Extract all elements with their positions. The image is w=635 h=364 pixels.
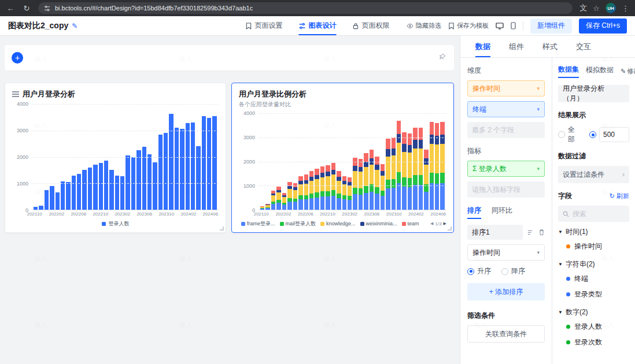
chart-title: 用户月登录分析 bbox=[23, 89, 75, 99]
chart-legend: frame登录...mail登录人数knowledge...weixinmini… bbox=[239, 218, 446, 229]
search-icon bbox=[563, 211, 569, 217]
sort-field-select[interactable]: 操作时间 ▾ bbox=[467, 244, 545, 261]
bar bbox=[169, 114, 173, 210]
dimension-dropzone[interactable]: 最多 2 个字段 bbox=[467, 122, 545, 138]
browser-menu-icon[interactable]: ⋮ bbox=[622, 4, 629, 13]
legend-item[interactable]: weixinminia... bbox=[360, 220, 397, 228]
address-bar[interactable]: bi.bctools.cn/#/chartDesign?id=15bd84dfb… bbox=[38, 2, 573, 14]
pin-icon[interactable] bbox=[438, 53, 446, 61]
radio-all[interactable]: 全部 bbox=[558, 125, 579, 144]
radio-icon bbox=[501, 268, 508, 275]
add-component-button[interactable]: 新增组件 bbox=[530, 18, 572, 34]
tab-style[interactable]: 样式 bbox=[542, 36, 558, 57]
dataset-name[interactable]: 用户登录分析（月） bbox=[558, 85, 629, 102]
field-item[interactable]: 登录人数 bbox=[558, 319, 629, 335]
save-button[interactable]: 保存 Ctrl+s bbox=[579, 18, 627, 34]
field-group-header[interactable]: ▼时间(1) bbox=[558, 227, 629, 237]
back-icon[interactable]: ← bbox=[6, 4, 15, 13]
design-canvas[interactable]: + 用户月登录分析 01000200030004000 202110202202… bbox=[0, 36, 460, 364]
tab-page-settings[interactable]: 页面设置 bbox=[246, 16, 283, 35]
collapse-icon[interactable]: ▼ bbox=[558, 310, 563, 315]
tune-icon[interactable] bbox=[44, 5, 50, 12]
legend-prev-icon[interactable]: ◀ bbox=[430, 221, 433, 226]
radio-ascending[interactable]: 升序 bbox=[467, 266, 491, 276]
add-filter-button[interactable]: + bbox=[12, 52, 23, 64]
dimension-field-operate-time[interactable]: 操作时间 ▾ bbox=[467, 80, 545, 96]
legend-item[interactable]: knowledge... bbox=[320, 220, 356, 228]
chart-legend[interactable]: 登录人数 bbox=[12, 218, 219, 229]
drag-handle-icon[interactable] bbox=[12, 91, 19, 97]
legend-item[interactable]: mail登录人数 bbox=[280, 220, 316, 228]
field-group-header[interactable]: ▼数字(2) bbox=[558, 307, 629, 317]
sort-order-icon[interactable] bbox=[527, 229, 534, 236]
tab-interaction[interactable]: 交互 bbox=[576, 36, 591, 57]
settings-panel: 数据 组件 样式 交互 维度 操作时间 ▾ 终端 ▾ 最多 2 个字段 指标 bbox=[460, 36, 635, 364]
legend-item[interactable]: frame登录... bbox=[241, 220, 275, 228]
bar bbox=[93, 165, 97, 210]
refresh-fields-button[interactable]: ↻ 刷新 bbox=[610, 192, 629, 200]
save-as-template-button[interactable]: 保存为模板 bbox=[448, 21, 489, 30]
field-item[interactable]: 操作时间 bbox=[558, 239, 629, 254]
refresh-icon[interactable]: ↻ bbox=[22, 4, 31, 13]
chart-config-column: 维度 操作时间 ▾ 终端 ▾ 最多 2 个字段 指标 Σ 登录人数 ▾ 请拖入指… bbox=[460, 58, 552, 364]
chart-card-monthly-login[interactable]: 用户月登录分析 01000200030004000 20211020220220… bbox=[5, 83, 226, 233]
collapse-icon[interactable]: ▼ bbox=[558, 229, 563, 235]
field-search-input[interactable]: 搜索 bbox=[558, 206, 629, 222]
field-group-header[interactable]: ▼字符串(2) bbox=[558, 259, 629, 269]
resize-handle[interactable] bbox=[220, 226, 224, 231]
resize-handle[interactable] bbox=[448, 226, 452, 231]
tab-mock-data[interactable]: 模拟数据 bbox=[586, 65, 614, 77]
mobile-preview-button[interactable] bbox=[511, 22, 516, 29]
radio-limit[interactable]: 500 bbox=[589, 127, 629, 142]
edit-title-icon[interactable]: ✎ bbox=[72, 22, 77, 30]
collapse-icon[interactable]: ▼ bbox=[558, 262, 563, 267]
chevron-down-icon[interactable]: ▾ bbox=[537, 166, 540, 172]
field-tree: ▼时间(1)操作时间▼字符串(2)终端登录类型▼数字(2)登录人数登录次数 bbox=[558, 227, 629, 350]
legend-item[interactable]: team bbox=[402, 220, 419, 228]
delete-sort-icon[interactable] bbox=[538, 229, 545, 236]
tab-data[interactable]: 数据 bbox=[475, 36, 490, 57]
result-display-group: 全部 500 bbox=[558, 125, 629, 144]
dimension-field-terminal[interactable]: 终端 ▾ bbox=[467, 101, 545, 117]
hide-filter-button[interactable]: 隐藏筛选 bbox=[407, 21, 441, 30]
bar bbox=[158, 135, 163, 210]
metric-field-login-count[interactable]: Σ 登录人数 ▾ bbox=[467, 161, 545, 177]
tab-component[interactable]: 组件 bbox=[509, 36, 524, 57]
chevron-down-icon[interactable]: ▾ bbox=[537, 106, 540, 112]
sliders-icon bbox=[299, 23, 306, 29]
link-query-condition-button[interactable]: 关联查询条件 bbox=[467, 325, 545, 343]
field-item[interactable]: 登录类型 bbox=[558, 287, 629, 302]
page-title: 图表对比2_copy ✎ bbox=[8, 21, 77, 31]
edit-dataset-link[interactable]: ✎ 修改 bbox=[621, 67, 635, 76]
star-icon[interactable]: ☆ bbox=[593, 4, 600, 13]
add-sort-button[interactable]: + 添加排序 bbox=[467, 283, 545, 300]
field-item[interactable]: 终端 bbox=[558, 271, 629, 287]
tab-sort[interactable]: 排序 bbox=[467, 206, 481, 219]
bar bbox=[191, 122, 195, 210]
sort-direction-group: 升序 降序 bbox=[467, 266, 545, 276]
bar bbox=[66, 182, 70, 210]
translate-icon[interactable]: 文 bbox=[579, 3, 587, 13]
field-type-dot bbox=[566, 244, 570, 248]
avatar[interactable]: UH bbox=[606, 3, 616, 13]
desktop-preview-button[interactable] bbox=[496, 23, 504, 29]
plot-area bbox=[32, 104, 219, 210]
tab-page-permissions[interactable]: 页面权限 bbox=[353, 16, 390, 35]
chart-card-login-ratio[interactable]: 用户月登录比例分析 各个应用登录量对比 01000200030004000 20… bbox=[231, 83, 454, 233]
sort-rule-chip[interactable]: 排序1 bbox=[467, 225, 523, 240]
toolbar-actions: 隐藏筛选 保存为模板 新增组件 保存 Ctrl+s bbox=[407, 18, 627, 34]
chevron-down-icon[interactable]: ▾ bbox=[537, 86, 540, 91]
metric-dropzone[interactable]: 请拖入指标字段 bbox=[467, 181, 545, 198]
bar bbox=[147, 154, 152, 210]
legend-next-icon[interactable]: ▶ bbox=[444, 221, 446, 226]
tab-comparison[interactable]: 同环比 bbox=[492, 206, 512, 219]
limit-input[interactable]: 500 bbox=[599, 127, 629, 142]
radio-icon bbox=[589, 131, 596, 138]
tab-dataset[interactable]: 数据集 bbox=[558, 65, 579, 78]
set-filter-condition-button[interactable]: 设置过滤条件 › bbox=[558, 166, 629, 183]
field-item[interactable]: 登录次数 bbox=[558, 335, 629, 350]
filter-strip[interactable]: + bbox=[5, 45, 454, 70]
radio-descending[interactable]: 降序 bbox=[501, 266, 525, 276]
data-filter-label: 数据过滤 bbox=[558, 151, 629, 161]
tab-chart-design[interactable]: 图表设计 bbox=[299, 16, 337, 35]
